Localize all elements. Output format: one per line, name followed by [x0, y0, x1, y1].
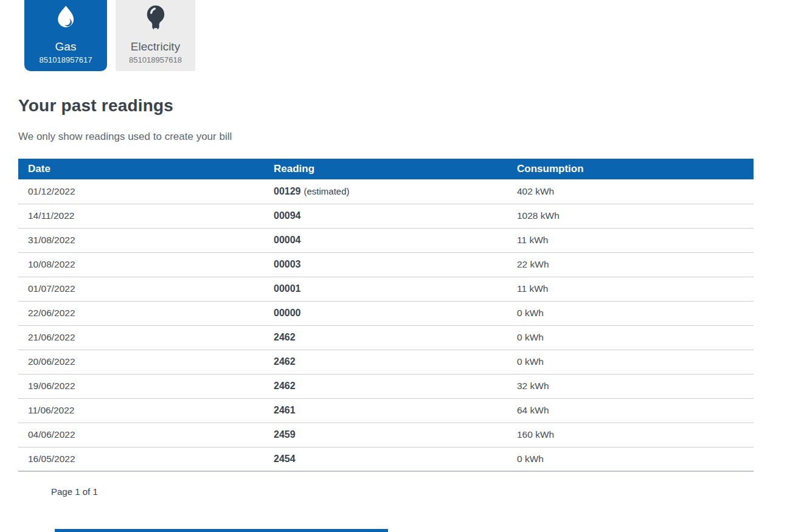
pagination-status: Page 1 of 1 — [51, 486, 754, 497]
reading-value-cell: 00000 — [274, 301, 517, 325]
reading-date-cell: 01/07/2022 — [18, 277, 274, 301]
consumption-cell: 32 kWh — [517, 374, 754, 398]
electricity-tab-label: Electricity — [131, 40, 180, 54]
consumption-cell: 11 kWh — [517, 277, 754, 301]
reading-date-cell: 31/08/2022 — [18, 228, 274, 252]
consumption-cell: 0 kWh — [517, 350, 754, 374]
reading-date-cell: 11/06/2022 — [18, 398, 274, 423]
reading-date-cell: 14/11/2022 — [18, 204, 274, 228]
reading-date-cell: 16/05/2022 — [18, 447, 274, 471]
reading-value-cell: 2462 — [274, 325, 517, 350]
table-header-row: Date Reading Consumption — [18, 159, 754, 179]
consumption-cell: 402 kWh — [517, 179, 754, 204]
estimated-note: (estimated) — [304, 186, 350, 196]
consumption-cell: 1028 kWh — [517, 204, 754, 228]
table-row: 31/08/20220000411 kWh — [18, 228, 754, 252]
footer-bar-partial — [55, 529, 388, 532]
meter-selector: Gas 851018957617 Electricity 85101895761… — [0, 0, 804, 71]
reading-value-cell: 2462 — [274, 374, 517, 398]
reading-date-cell: 21/06/2022 — [18, 325, 274, 350]
electricity-meter-number: 851018957618 — [129, 55, 182, 64]
reading-value-cell: 00129(estimated) — [274, 179, 517, 204]
reading-value-cell: 00001 — [274, 277, 517, 301]
reading-date-cell: 19/06/2022 — [18, 374, 274, 398]
table-row: 14/11/2022000941028 kWh — [18, 204, 754, 228]
reading-date-cell: 10/08/2022 — [18, 252, 274, 277]
reading-value-cell: 00003 — [274, 252, 517, 277]
reading-value-cell: 2461 — [274, 398, 517, 423]
consumption-cell: 11 kWh — [517, 228, 754, 252]
tab-gas-meter[interactable]: Gas 851018957617 — [24, 0, 107, 71]
table-row: 19/06/2022246232 kWh — [18, 374, 754, 398]
table-row: 16/05/202224540 kWh — [18, 447, 754, 471]
page-title: Your past readings — [18, 97, 754, 115]
bulb-icon — [144, 3, 168, 35]
readings-table-body: 01/12/202200129(estimated)402 kWh14/11/2… — [18, 179, 754, 471]
reading-value-cell: 2454 — [274, 447, 517, 471]
page-subtitle: We only show readings used to create you… — [18, 131, 754, 143]
reading-date-cell: 20/06/2022 — [18, 350, 274, 374]
past-readings-table: Date Reading Consumption 01/12/202200129… — [18, 159, 754, 472]
consumption-cell: 22 kWh — [517, 252, 754, 277]
column-header-date: Date — [18, 159, 274, 179]
main-content: Your past readings We only show readings… — [18, 97, 754, 497]
table-row: 04/06/20222459160 kWh — [18, 423, 754, 447]
table-row: 01/12/202200129(estimated)402 kWh — [18, 179, 754, 204]
table-row: 10/08/20220000322 kWh — [18, 252, 754, 277]
column-header-consumption: Consumption — [517, 159, 754, 179]
reading-value-cell: 00004 — [274, 228, 517, 252]
reading-date-cell: 04/06/2022 — [18, 423, 274, 447]
reading-value-cell: 00094 — [274, 204, 517, 228]
reading-date-cell: 01/12/2022 — [18, 179, 274, 204]
gas-meter-number: 851018957617 — [40, 55, 92, 64]
consumption-cell: 160 kWh — [517, 423, 754, 447]
consumption-cell: 0 kWh — [517, 447, 754, 471]
reading-value-cell: 2462 — [274, 350, 517, 374]
gas-tab-label: Gas — [55, 40, 77, 54]
reading-value-cell: 2459 — [274, 423, 517, 447]
consumption-cell: 0 kWh — [517, 325, 754, 350]
consumption-cell: 64 kWh — [517, 398, 754, 423]
table-row: 21/06/202224620 kWh — [18, 325, 754, 350]
table-row: 11/06/2022246164 kWh — [18, 398, 754, 423]
tab-electricity-meter[interactable]: Electricity 851018957618 — [116, 0, 195, 71]
table-row: 01/07/20220000111 kWh — [18, 277, 754, 301]
column-header-reading: Reading — [274, 159, 517, 179]
table-row: 22/06/2022000000 kWh — [18, 301, 754, 325]
reading-date-cell: 22/06/2022 — [18, 301, 274, 325]
table-row: 20/06/202224620 kWh — [18, 350, 754, 374]
consumption-cell: 0 kWh — [517, 301, 754, 325]
flame-icon — [54, 3, 78, 35]
